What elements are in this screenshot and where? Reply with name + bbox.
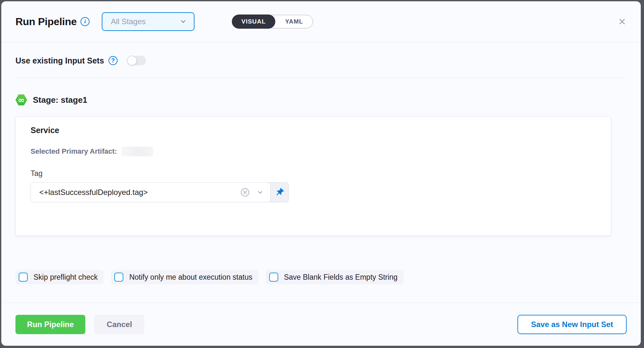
modal-body: Use existing Input Sets ? ∞ Stage: stage…: [1, 42, 641, 303]
clear-icon[interactable]: [240, 187, 250, 198]
save-as-new-input-set-button[interactable]: Save as New Input Set: [517, 315, 627, 334]
tag-label: Tag: [31, 169, 596, 178]
close-icon: [618, 18, 626, 25]
option-save-blank-fields[interactable]: Save Blank Fields as Empty String: [266, 270, 403, 284]
cancel-button[interactable]: Cancel: [94, 315, 144, 334]
checkbox-notify-only-me[interactable]: [114, 273, 123, 282]
chevron-down-icon: [180, 18, 187, 25]
use-existing-input-sets-row: Use existing Input Sets ?: [15, 56, 627, 65]
run-pipeline-button[interactable]: Run Pipeline: [15, 315, 85, 334]
option-label: Save Blank Fields as Empty String: [284, 273, 398, 282]
tag-field-group: [31, 182, 289, 202]
modal-footer: Run Pipeline Cancel Save as New Input Se…: [1, 303, 641, 346]
option-skip-preflight[interactable]: Skip preflight check: [15, 270, 103, 284]
checkbox-skip-preflight[interactable]: [19, 273, 28, 282]
checkbox-save-blank-fields[interactable]: [269, 273, 278, 282]
close-button[interactable]: [618, 17, 627, 26]
option-notify-only-me[interactable]: Notify only me about execution status: [111, 270, 258, 284]
option-label: Skip preflight check: [33, 273, 98, 282]
stage-label: Stage: stage1: [33, 95, 87, 105]
use-existing-input-sets-label: Use existing Input Sets: [15, 56, 104, 65]
stage-row: ∞ Stage: stage1: [15, 94, 627, 105]
stage-select-dropdown[interactable]: All Stages: [102, 12, 194, 31]
run-options-row: Skip preflight check Notify only me abou…: [15, 270, 627, 284]
service-card-title: Service: [31, 126, 596, 135]
visual-yaml-toggle: VISUAL YAML: [232, 15, 313, 28]
tab-visual[interactable]: VISUAL: [232, 15, 276, 29]
stage-hexagon-icon: ∞: [15, 94, 27, 105]
page-title: Run Pipeline: [15, 16, 77, 28]
toggle-knob: [127, 56, 137, 65]
artifact-value-redacted: [121, 147, 153, 156]
selected-primary-artifact-row: Selected Primary Artifact:: [31, 147, 596, 156]
help-icon[interactable]: ?: [109, 56, 118, 65]
input-sets-toggle[interactable]: [127, 56, 146, 65]
pin-button[interactable]: [270, 183, 289, 202]
run-pipeline-modal: Run Pipeline i All Stages VISUAL YAML Us…: [1, 1, 641, 346]
selected-primary-artifact-label: Selected Primary Artifact:: [31, 147, 117, 156]
pin-icon: [273, 186, 286, 199]
tag-chevron-down-icon[interactable]: [257, 189, 264, 196]
tag-input-wrap: [31, 182, 270, 202]
section-divider: [15, 77, 627, 78]
option-label: Notify only me about execution status: [129, 273, 252, 282]
info-icon[interactable]: i: [80, 17, 90, 26]
tag-input[interactable]: [39, 188, 240, 197]
modal-header: Run Pipeline i All Stages VISUAL YAML: [1, 1, 641, 42]
service-card: Service Selected Primary Artifact: Tag: [15, 116, 611, 236]
tab-yaml[interactable]: YAML: [275, 15, 313, 28]
stage-select-value: All Stages: [111, 17, 180, 26]
